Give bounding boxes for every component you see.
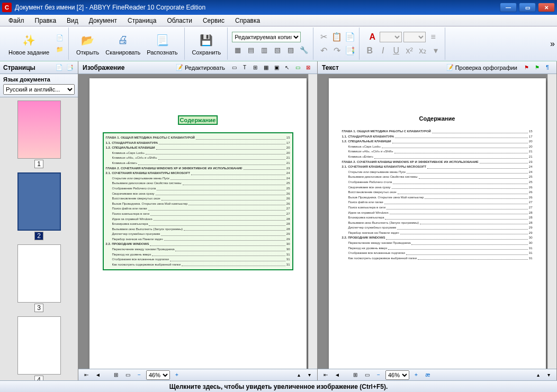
statusbar[interactable]: Щелкните здесь, чтобы увидеть увеличенно… [0, 380, 557, 392]
undo-icon[interactable]: ↶ [318, 45, 329, 57]
layout-icon-2[interactable]: ▤ [245, 44, 257, 56]
thumb-num-2: 2 [34, 232, 43, 240]
add-area-tool[interactable]: ▭ [293, 63, 302, 72]
txt-toggle-icon[interactable]: æ [423, 370, 433, 380]
edit-image-button[interactable]: 📝 Редактировать [176, 64, 225, 71]
italic-icon[interactable]: I [377, 45, 389, 57]
thumb-1[interactable]: 1 [3, 101, 75, 168]
menu-document[interactable]: Документ [84, 16, 122, 25]
toc-text[interactable]: ГЛАВА 1. ОБЩАЯ МЕТОДИКА РАБОТЫ С КЛАВИАТ… [342, 129, 533, 261]
layout-icon-4[interactable]: ▧ [272, 44, 283, 56]
maximize-button[interactable]: ▭ [519, 3, 536, 12]
image-panel: Изображение 📝 Редактировать ▭ T ⊞ ▦ ▣ ↖ … [78, 61, 318, 380]
menu-view[interactable]: Вид [61, 16, 84, 25]
area-tool-4[interactable]: ▦ [261, 63, 271, 72]
thumbnails-list[interactable]: 1 2 3 4 [0, 97, 78, 380]
thumb-2[interactable]: 2 [3, 172, 75, 240]
more-format-icon[interactable]: ▾ [430, 45, 442, 57]
menu-tools[interactable]: Сервис [197, 16, 230, 25]
del-area-tool[interactable]: ⊠ [303, 63, 313, 72]
fit-page-icon[interactable]: ▭ [123, 370, 132, 380]
txt-nav-first-icon[interactable]: ⇤ [321, 370, 330, 380]
folder-icon[interactable]: 📁 [55, 44, 65, 55]
txt-nav-prev-icon[interactable]: ◄ [333, 370, 342, 380]
menu-file[interactable]: Файл [3, 16, 30, 25]
layout-icon-1[interactable]: ▦ [232, 44, 244, 56]
area-tool-5[interactable]: ▣ [272, 63, 281, 72]
nav-prev-icon[interactable]: ◄ [93, 370, 103, 380]
menu-page[interactable]: Страница [122, 16, 161, 25]
doc-title-text[interactable]: Содержание [342, 115, 533, 122]
image-zoom-select[interactable]: 46% [146, 370, 170, 380]
scan-button[interactable]: 🖨 Сканировать [102, 31, 143, 57]
spellcheck-button[interactable]: 📝 Проверка орфографии [446, 64, 517, 71]
area-tool-1[interactable]: ▭ [229, 63, 239, 72]
text-panel-title: Текст [322, 64, 339, 71]
thumb-4[interactable]: 4 [3, 316, 75, 380]
font-size-select[interactable] [403, 32, 426, 42]
layout-icon-5[interactable]: ▨ [285, 44, 297, 56]
save-button[interactable]: 💾 Сохранить [189, 31, 224, 57]
close-button[interactable]: ✕ [538, 3, 555, 12]
open-label: Открыть [76, 49, 99, 56]
minimize-button[interactable]: — [500, 3, 517, 12]
font-color-icon[interactable]: A [366, 31, 378, 43]
pointer-tool[interactable]: ↖ [282, 63, 292, 72]
area-tool-2[interactable]: T [240, 63, 249, 72]
pilcrow-icon[interactable]: ¶ [543, 63, 552, 72]
bold-icon[interactable]: B [364, 45, 375, 57]
flag-red-icon[interactable]: ⚑ [522, 63, 531, 72]
subscript-icon[interactable]: x₂ [417, 45, 428, 57]
settings-icon[interactable]: 🔧 [298, 44, 310, 56]
font-family-select[interactable] [380, 32, 402, 42]
page-tool-1-icon[interactable]: 📄 [55, 63, 64, 72]
text-zoom-select[interactable]: 46% [385, 370, 409, 380]
image-vscroll[interactable] [308, 74, 317, 369]
txt-fit-page-icon[interactable]: ▭ [362, 370, 372, 380]
layout-icon-3[interactable]: ▥ [258, 44, 270, 56]
flag-green-icon[interactable]: ⚑ [532, 63, 542, 72]
text-vscroll[interactable] [547, 74, 556, 369]
menu-areas[interactable]: Области [161, 16, 197, 25]
help-icon[interactable]: » [550, 39, 555, 49]
image-canvas[interactable]: Содержание ГЛАВА 1. ОБЩАЯ МЕТОДИКА РАБОТ… [78, 74, 317, 369]
paste-icon[interactable]: 📄 [344, 31, 356, 43]
nav-first-icon[interactable]: ⇤ [82, 370, 91, 380]
image-page: Содержание ГЛАВА 1. ОБЩАЯ МЕТОДИКА РАБОТ… [89, 78, 307, 369]
superscript-icon[interactable]: x² [403, 45, 415, 57]
wand-icon: ✨ [21, 32, 37, 48]
text-scroll-down[interactable]: ▾ [544, 370, 553, 380]
image-scroll-down[interactable]: ▾ [304, 370, 314, 380]
text-page[interactable]: Содержание ГЛАВА 1. ОБЩАЯ МЕТОДИКА РАБОТ… [329, 78, 546, 369]
open-button[interactable]: 📂 Открыть [73, 31, 102, 57]
txt-zoom-out-icon[interactable]: − [374, 370, 383, 380]
fit-width-icon[interactable]: ⊞ [111, 370, 121, 380]
toc-zone[interactable]: ГЛАВА 1. ОБЩАЯ МЕТОДИКА РАБОТЫ С КЛАВИАТ… [103, 132, 293, 270]
zoom-in-icon[interactable]: + [172, 370, 182, 380]
save-mode-select[interactable]: Редактируемая копия [232, 32, 301, 42]
txt-zoom-in-icon[interactable]: + [411, 370, 421, 380]
menu-help[interactable]: Справка [230, 16, 265, 25]
page-tool-2-icon[interactable]: 📑 [65, 63, 75, 72]
special-paste-icon[interactable]: 📑 [344, 45, 356, 57]
statusbar-text: Щелкните здесь, чтобы увидеть увеличенно… [169, 383, 388, 390]
redo-icon[interactable]: ↷ [331, 45, 343, 57]
text-canvas[interactable]: Содержание ГЛАВА 1. ОБЩАЯ МЕТОДИКА РАБОТ… [318, 74, 556, 369]
menu-edit[interactable]: Правка [30, 16, 62, 25]
txt-fit-width-icon[interactable]: ⊞ [351, 370, 360, 380]
content-area: Страницы 📄 📑 Язык документа Русский и ан… [0, 61, 557, 380]
text-scroll-up[interactable]: ▴ [533, 370, 543, 380]
image-scroll-up[interactable]: ▴ [294, 370, 303, 380]
copy-icon[interactable]: 📋 [331, 31, 343, 43]
recognize-button[interactable]: 📃 Распознать [143, 31, 181, 57]
cut-icon[interactable]: ✂ [318, 31, 329, 43]
thumb-3[interactable]: 3 [3, 244, 75, 312]
new-task-button[interactable]: ✨ Новое задание [5, 31, 52, 57]
doc-title-zone[interactable]: Содержание [178, 115, 218, 125]
style-icon[interactable]: ≡ [427, 31, 439, 43]
doc-icon[interactable]: 📄 [55, 33, 65, 43]
underline-icon[interactable]: U [390, 45, 402, 57]
zoom-out-icon[interactable]: − [134, 370, 144, 380]
language-select[interactable]: Русский и английс... [3, 84, 75, 95]
area-tool-3[interactable]: ⊞ [250, 63, 260, 72]
